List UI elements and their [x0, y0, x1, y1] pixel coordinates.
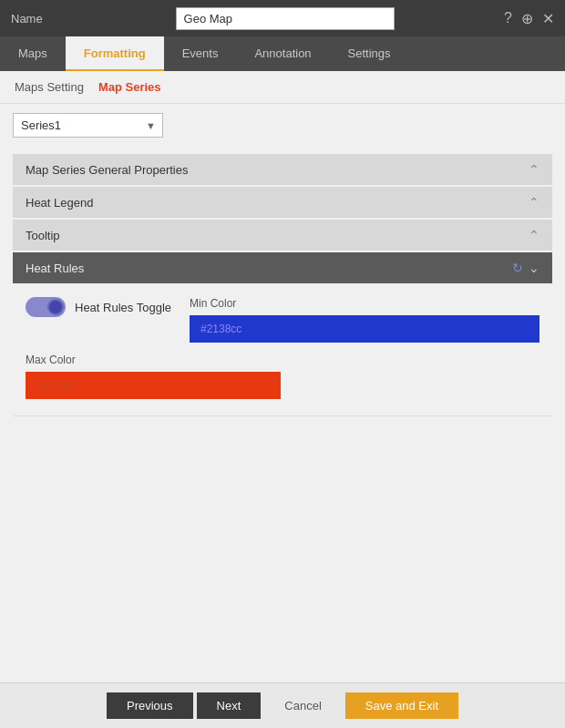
sub-nav: Maps Setting Map Series — [0, 71, 565, 104]
refresh-icon[interactable]: ↻ — [512, 261, 523, 275]
footer: Previous Next Cancel Save and Exit — [0, 682, 565, 728]
chevron-up-icon-tooltip: ⌃ — [529, 228, 539, 242]
next-button[interactable]: Next — [197, 692, 262, 719]
name-input[interactable] — [176, 7, 395, 30]
chevron-down-icon-heat-rules: ⌄ — [529, 261, 539, 275]
tab-settings[interactable]: Settings — [330, 36, 409, 71]
section-header-tooltip[interactable]: Tooltip ⌃ — [13, 220, 552, 251]
move-icon[interactable]: ⊕ — [521, 10, 533, 27]
tab-events[interactable]: Events — [164, 36, 237, 71]
sub-nav-map-series[interactable]: Map Series — [95, 78, 165, 96]
toggle-track — [26, 297, 66, 317]
section-label-tooltip: Tooltip — [26, 229, 60, 242]
help-icon[interactable]: ? — [504, 10, 512, 27]
section-tooltip: Tooltip ⌃ — [13, 220, 552, 251]
tab-bar: Maps Formatting Events Annotation Settin… — [0, 36, 565, 71]
heat-rules-content: Heat Rules Toggle Min Color #2138cc Max … — [13, 284, 552, 416]
section-heat-legend: Heat Legend ⌃ — [13, 187, 552, 218]
min-color-label: Min Color — [190, 297, 539, 310]
name-label: Name — [11, 12, 66, 26]
series-dropdown[interactable]: Series1 Series2 — [13, 113, 163, 138]
heat-rules-row: Heat Rules Toggle Min Color #2138cc — [26, 297, 539, 343]
save-exit-button[interactable]: Save and Exit — [345, 692, 458, 719]
section-label-heat-legend: Heat Legend — [26, 196, 93, 210]
heat-toggle-section: Heat Rules Toggle — [26, 297, 171, 317]
chevron-up-icon-heat-legend: ⌃ — [529, 195, 539, 210]
sections-container: Map Series General Properties ⌃ Heat Leg… — [0, 147, 565, 416]
section-map-series-general: Map Series General Properties ⌃ — [13, 154, 552, 185]
close-icon[interactable]: ✕ — [542, 10, 554, 27]
max-color-label: Max Color — [26, 354, 539, 366]
tab-maps[interactable]: Maps — [0, 36, 66, 71]
section-header-heat-legend[interactable]: Heat Legend ⌃ — [13, 187, 552, 218]
max-color-box[interactable]: #ff3810 — [26, 372, 281, 399]
toggle-row: Heat Rules Toggle — [26, 297, 171, 317]
cancel-button[interactable]: Cancel — [264, 692, 341, 719]
section-header-map-series-general[interactable]: Map Series General Properties ⌃ — [13, 154, 552, 185]
tab-formatting[interactable]: Formatting — [66, 36, 164, 71]
section-label-map-series-general: Map Series General Properties — [26, 163, 188, 177]
heat-rules-toggle-switch[interactable] — [26, 297, 66, 317]
section-label-heat-rules: Heat Rules — [26, 261, 84, 275]
min-color-box[interactable]: #2138cc — [190, 315, 539, 343]
max-color-section: Max Color #ff3810 — [26, 354, 539, 399]
tab-annotation[interactable]: Annotation — [236, 36, 329, 71]
section-header-heat-rules[interactable]: Heat Rules ↻ ⌄ — [13, 252, 552, 283]
chevron-up-icon-map-series: ⌃ — [529, 162, 539, 177]
sub-nav-maps-setting[interactable]: Maps Setting — [11, 78, 87, 96]
min-color-section: Min Color #2138cc — [190, 297, 539, 343]
section-heat-rules-icons: ↻ ⌄ — [512, 261, 539, 275]
series-dropdown-row: Series1 Series2 ▼ — [0, 104, 565, 147]
toggle-thumb — [47, 299, 64, 315]
section-heat-rules: Heat Rules ↻ ⌄ Heat Rules Toggle — [13, 252, 552, 416]
toggle-label: Heat Rules Toggle — [75, 301, 171, 314]
title-icons: ? ⊕ ✕ — [504, 10, 554, 27]
previous-button[interactable]: Previous — [107, 692, 193, 719]
title-bar: Name ? ⊕ ✕ — [0, 0, 565, 36]
series-dropdown-wrapper: Series1 Series2 ▼ — [13, 113, 163, 138]
